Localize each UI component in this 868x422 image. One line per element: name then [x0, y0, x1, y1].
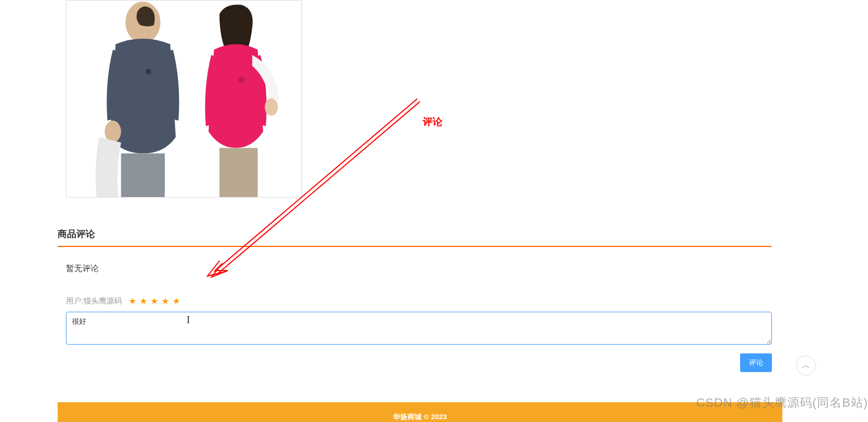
star-icon[interactable]: ★ — [161, 296, 169, 306]
user-rating-line: 用户:猫头鹰源码 ★ ★ ★ ★ ★ — [66, 296, 771, 306]
svg-point-2 — [145, 69, 151, 74]
chevron-up-icon: ︿ — [802, 360, 810, 372]
page-footer: 华扬商城 © 2023 — [58, 402, 782, 422]
user-label: 用户:猫头鹰源码 — [66, 296, 122, 306]
svg-rect-3 — [121, 154, 165, 197]
star-icon[interactable]: ★ — [150, 296, 158, 306]
section-divider — [58, 246, 771, 247]
submit-comment-button[interactable]: 评论 — [740, 353, 772, 372]
comment-form: 用户:猫头鹰源码 ★ ★ ★ ★ ★ 评论 — [66, 296, 771, 372]
rating-stars[interactable]: ★ ★ ★ ★ ★ — [128, 296, 180, 306]
watermark-text: CSDN @猫头鹰源码(同名B站) — [696, 395, 868, 411]
star-icon[interactable]: ★ — [128, 296, 136, 306]
comment-input[interactable] — [66, 312, 772, 345]
scroll-top-button[interactable]: ︿ — [796, 356, 816, 375]
svg-point-6 — [238, 76, 245, 83]
svg-rect-7 — [220, 148, 258, 197]
star-icon[interactable]: ★ — [172, 296, 180, 306]
no-comments-text: 暂无评论 — [66, 263, 771, 274]
star-icon[interactable]: ★ — [139, 296, 147, 306]
product-image — [66, 0, 302, 198]
annotation-label: 评论 — [423, 115, 443, 128]
svg-point-8 — [265, 98, 278, 116]
section-title: 商品评论 — [58, 228, 771, 246]
